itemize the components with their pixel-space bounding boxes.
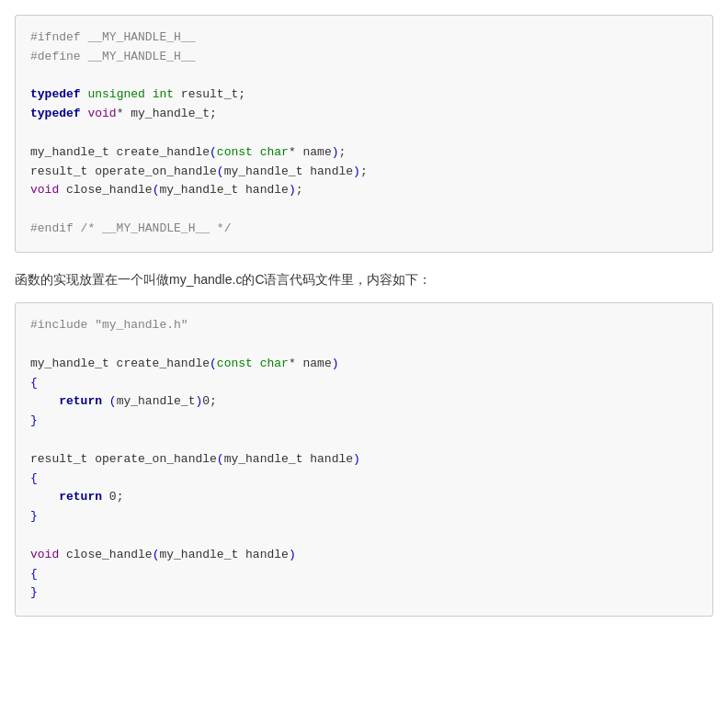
description-text: 函数的实现放置在一个叫做my_handle.c的C语言代码文件里，内容如下：: [15, 269, 713, 289]
header-code-block: #ifndef __MY_HANDLE_H__ #define __MY_HAN…: [15, 15, 713, 253]
implementation-code-block: #include "my_handle.h" my_handle_t creat…: [15, 302, 713, 617]
